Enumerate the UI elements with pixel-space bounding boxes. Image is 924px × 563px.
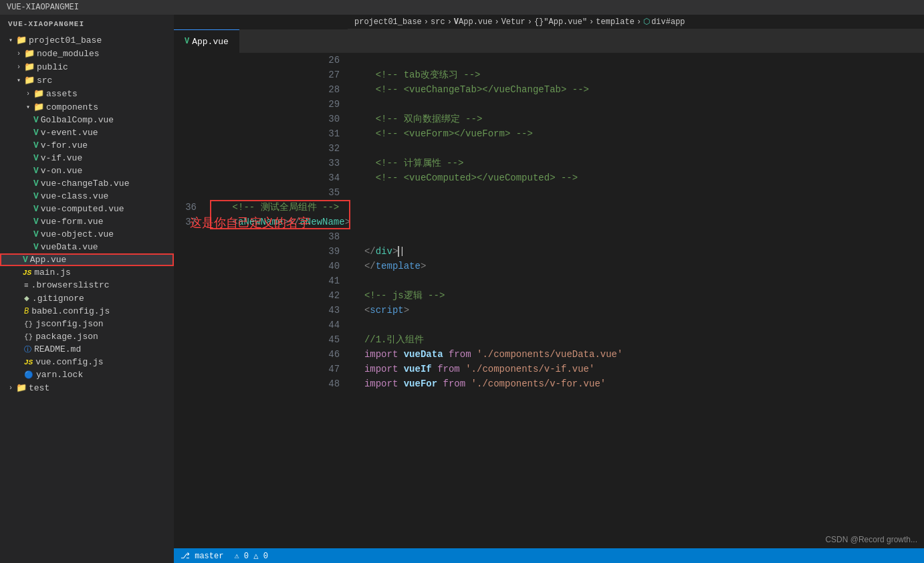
vue-icon: V (33, 191, 39, 201)
babel-icon: B (24, 307, 29, 316)
sidebar-label: project01_base (29, 35, 102, 45)
vue-icon: V (33, 128, 39, 138)
bc-vue-icon: V (454, 17, 459, 27)
sidebar-label: babel.config.js (31, 306, 110, 316)
vue-icon: V (33, 166, 39, 176)
code-line: 35 (174, 185, 924, 200)
sidebar-item-yarn-lock[interactable]: 🔵 yarn.lock (0, 368, 174, 381)
sidebar-label: vue-changeTab.vue (41, 179, 130, 189)
breadcrumb-sep: › (447, 17, 452, 27)
breadcrumb-sep: › (528, 17, 532, 27)
sidebar-item-test[interactable]: › 📁 test (0, 381, 174, 395)
code-line: 40 </template> (174, 259, 924, 273)
tab-app-vue[interactable]: V App.vue (174, 29, 239, 53)
folder-icon: 📁 (16, 35, 27, 45)
code-line: 32 (174, 141, 924, 156)
sidebar-item-babel-config[interactable]: B babel.config.js (0, 305, 174, 318)
sidebar-item-readme[interactable]: ⓘ README.md (0, 343, 174, 356)
line-number: 28 (174, 82, 350, 97)
sidebar-item-v-event[interactable]: V v-event.vue (0, 126, 174, 139)
vue-icon: V (33, 115, 39, 125)
bc-curly-icon: {} (534, 17, 544, 27)
sidebar-item-GolbalComp[interactable]: V GolbalComp.vue (0, 114, 174, 126)
sidebar-item-public[interactable]: › 📁 public (0, 60, 174, 74)
line-number: 34 (174, 171, 350, 185)
sidebar-item-vue-config[interactable]: JS vue.config.js (0, 356, 174, 368)
sidebar-item-vue-changeTab[interactable]: V vue-changeTab.vue (0, 177, 174, 190)
sidebar-item-App-vue[interactable]: V App.vue (0, 253, 174, 266)
sidebar-label: .gitignore (32, 294, 84, 304)
line-number: 46 (174, 347, 350, 362)
code-line: 39 </div>| (174, 244, 924, 259)
code-line: 43 <script> (174, 303, 924, 318)
code-line: 26 (174, 53, 924, 68)
folder-icon: 📁 (33, 102, 44, 112)
sidebar-item-jsconfig-json[interactable]: {} jsconfig.json (0, 318, 174, 330)
sidebar-item-src[interactable]: ▾ 📁 src (0, 74, 174, 87)
line-number: 27 (174, 68, 350, 82)
breadcrumb: project01_base › src › V App.vue › Vetur… (348, 15, 924, 29)
line-number: 47 (174, 362, 350, 376)
sidebar-item-main-js[interactable]: JS main.js (0, 266, 174, 279)
sidebar-item-vue-computed[interactable]: V vue-computed.vue (0, 203, 174, 215)
vue-icon: V (33, 153, 39, 163)
line-number: 44 (174, 318, 350, 332)
bc-part-5: "App.vue" (544, 17, 587, 27)
code-line: 47 import vueIf from './components/v-if.… (174, 362, 924, 376)
sidebar-item-vueData[interactable]: V vueData.vue (0, 241, 174, 253)
line-number: 31 (174, 126, 350, 141)
line-number: 35 (174, 185, 350, 200)
sidebar-item-vue-class[interactable]: V vue-class.vue (0, 190, 174, 203)
line-number: 40 (174, 259, 350, 273)
sidebar-item-gitignore[interactable]: ◆ .gitignore (0, 292, 174, 305)
line-number: 33 (174, 156, 350, 171)
line-content: </div>| (350, 244, 924, 259)
code-line: 42 <!-- js逻辑 --> (174, 288, 924, 303)
vue-icon: V (23, 255, 28, 265)
sidebar-label: v-on.vue (41, 166, 82, 176)
sidebar-label: README.md (34, 344, 81, 354)
sidebar-item-assets[interactable]: › 📁 assets (0, 87, 174, 100)
sidebar-item-node_modules[interactable]: › 📁 node_modules (0, 47, 174, 60)
line-content (350, 185, 924, 200)
vue-icon: V (33, 229, 39, 239)
sidebar-item-v-if[interactable]: V v-if.vue (0, 152, 174, 164)
csdn-watermark: CSDN @Record growth... (825, 535, 917, 544)
code-line: 46 import vueData from './components/vue… (174, 347, 924, 362)
code-editor[interactable]: 26 27 <!-- tab改变练习 --> 28 <!-- <vueChang… (174, 53, 924, 548)
line-content: <!-- 双向数据绑定 --> (350, 112, 924, 126)
sidebar-item-components[interactable]: ▾ 📁 components (0, 100, 174, 114)
sidebar-item-v-on[interactable]: V v-on.vue (0, 164, 174, 177)
sidebar-item-project01_base[interactable]: ▾ 📁 project01_base (0, 33, 174, 47)
sidebar-item-v-for[interactable]: V v-for.vue (0, 139, 174, 152)
sidebar-label: public (37, 62, 68, 72)
sidebar-label: package.json (35, 332, 98, 342)
sidebar-label: jsconfig.json (35, 319, 103, 329)
sidebar-item-browserslistrc[interactable]: ≡ .browserslistrc (0, 279, 174, 292)
code-line: 48 import vueFor from './components/v-fo… (174, 376, 924, 391)
status-text: ⎇ master (181, 551, 223, 561)
sidebar-item-package-json[interactable]: {} package.json (0, 330, 174, 343)
code-line: 31 <!-- <vueForm></vueForm> --> (174, 126, 924, 141)
sidebar-label: vue.config.js (35, 357, 103, 367)
bc-part-1: project01_base (354, 17, 422, 27)
line-number: 30 (174, 112, 350, 126)
line-content: //1.引入组件 (350, 332, 924, 347)
sidebar-item-vue-object[interactable]: V vue-object.vue (0, 228, 174, 241)
highlight-region: 这是你自己定义的名字 36 <!-- 测试全局组件 --> 37 <aNewNa… (174, 200, 350, 229)
vue-icon: V (33, 217, 39, 227)
sidebar-label: GolbalComp.vue (41, 115, 114, 125)
line-number: 37 (174, 215, 207, 229)
line-content (350, 97, 924, 112)
expand-arrow: › (23, 90, 33, 98)
expand-arrow: › (13, 64, 24, 71)
sidebar-label: vue-form.vue (41, 217, 104, 227)
sidebar-label: .browserslistrc (31, 280, 110, 290)
line-number: 42 (174, 288, 350, 303)
line-content: import vueFor from './components/v-for.v… (350, 376, 924, 391)
sidebar-item-vue-form[interactable]: V vue-form.vue (0, 215, 174, 228)
line-content (350, 229, 924, 244)
sidebar-label: test (29, 383, 49, 393)
expand-arrow: › (13, 50, 24, 58)
code-line: 37 <aNewName></aNewName> (174, 215, 350, 229)
